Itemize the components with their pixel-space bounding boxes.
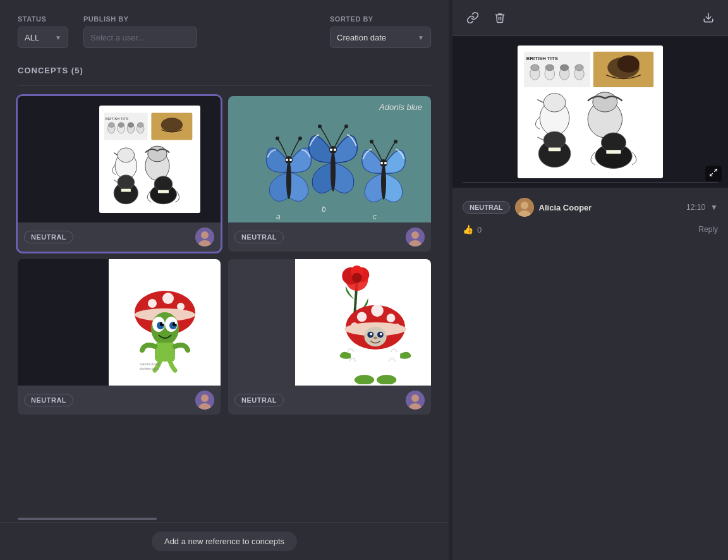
concept-card-footer-mushroom: NEUTRAL [18, 386, 221, 415]
concept-card-image-mushroom: Sabrine Ararat skeleton color [18, 259, 221, 386]
avatar-butterfly [406, 228, 425, 247]
concept-card-birds[interactable]: BRITISH TITS [18, 96, 221, 252]
svg-line-121 [714, 169, 717, 172]
svg-point-112 [543, 94, 566, 112]
neutral-badge-birds: NEUTRAL [24, 231, 73, 243]
publish-by-dropdown[interactable]: Select a user... [83, 27, 197, 48]
trash-button[interactable] [492, 9, 508, 27]
svg-text:Sabrine Ararat: Sabrine Ararat [140, 362, 161, 366]
concept-card-mushroom[interactable]: Sabrine Ararat skeleton color NEUTRAL [18, 259, 221, 415]
svg-point-90 [380, 332, 382, 335]
sorted-by-dropdown[interactable]: Creation date ▼ [330, 27, 431, 48]
concepts-section: CONCEPTS (5) [0, 61, 449, 516]
svg-point-47 [411, 231, 419, 239]
svg-point-11 [137, 123, 143, 128]
status-label: STATUS [18, 15, 68, 23]
svg-rect-65 [155, 343, 175, 362]
svg-point-43 [380, 162, 383, 164]
comment-avatar [515, 198, 534, 217]
avatar-birds [195, 228, 214, 247]
svg-point-25 [286, 161, 291, 199]
svg-rect-120 [606, 150, 621, 154]
svg-point-28 [298, 137, 302, 140]
comment-expand-icon[interactable]: ▼ [710, 203, 718, 212]
svg-point-27 [276, 137, 279, 140]
svg-point-44 [384, 162, 387, 164]
left-panel: STATUS ALL ▼ PUBLISH BY Select a user...… [0, 0, 449, 560]
svg-point-124 [521, 202, 528, 209]
svg-point-64 [174, 322, 176, 324]
concept-card-butterfly[interactable]: Adonis blue [228, 96, 431, 252]
svg-point-104 [531, 64, 540, 71]
comment-header: NEUTRAL Alicia Cooper 12:10 ▼ [463, 198, 718, 217]
svg-point-110 [575, 64, 584, 71]
svg-point-30 [289, 159, 292, 161]
svg-point-50 [148, 299, 157, 308]
svg-point-51 [162, 293, 174, 304]
svg-rect-18 [121, 189, 130, 192]
svg-text:skeleton color: skeleton color [140, 367, 159, 370]
avatar-gnome [406, 391, 425, 410]
sorted-by-chevron-icon: ▼ [418, 34, 424, 41]
download-button[interactable] [700, 9, 717, 27]
comment-section: NEUTRAL Alicia Cooper 12:10 ▼ 👍 0 Re [452, 188, 728, 560]
svg-point-7 [118, 123, 124, 128]
svg-point-5 [108, 123, 114, 128]
reply-button[interactable]: Reply [698, 225, 718, 234]
svg-point-95 [411, 394, 419, 402]
add-reference-button[interactable]: Add a new reference to concepts [152, 532, 297, 551]
status-filter-group: STATUS ALL ▼ [18, 15, 68, 48]
add-reference-bar: Add a new reference to concepts [0, 522, 449, 560]
svg-point-69 [201, 394, 209, 402]
svg-point-36 [330, 149, 332, 151]
svg-point-32 [331, 151, 336, 192]
publish-by-label: PUBLISH BY [83, 15, 197, 23]
sorted-by-value: Creation date [337, 33, 386, 42]
svg-point-82 [387, 313, 396, 322]
concepts-header: CONCEPTS (5) [18, 61, 431, 86]
image-preview: BRITISH TITS [452, 36, 728, 188]
thumbs-up-icon[interactable]: 👍 [463, 224, 473, 234]
status-value: ALL [25, 33, 39, 42]
concept-card-gnome[interactable]: NEUTRAL [228, 259, 431, 415]
right-panel: BRITISH TITS [452, 0, 728, 560]
svg-text:b: b [322, 205, 326, 214]
comment-username: Alicia Cooper [539, 203, 682, 212]
scroll-area [0, 516, 449, 522]
concept-card-footer-butterfly: NEUTRAL [228, 222, 431, 252]
concept-card-footer-gnome: NEUTRAL [228, 386, 431, 415]
like-count: 0 [477, 225, 482, 234]
svg-point-35 [344, 125, 348, 128]
link-button[interactable] [464, 9, 482, 27]
filters-bar: STATUS ALL ▼ PUBLISH BY Select a user...… [0, 0, 449, 61]
svg-point-81 [371, 304, 384, 317]
svg-text:BRITISH TITS: BRITISH TITS [105, 117, 128, 121]
status-dropdown[interactable]: ALL ▼ [18, 27, 68, 48]
svg-point-9 [128, 123, 134, 128]
svg-point-34 [318, 125, 322, 128]
scroll-thumb[interactable] [18, 518, 157, 520]
svg-point-37 [334, 149, 336, 151]
svg-point-17 [117, 175, 134, 190]
concepts-grid: BRITISH TITS [18, 96, 431, 415]
like-area: 👍 0 [463, 224, 482, 234]
svg-point-116 [543, 131, 566, 149]
svg-point-63 [162, 322, 164, 324]
concept-card-image-butterfly: Adonis blue [228, 96, 431, 222]
svg-point-29 [286, 159, 288, 161]
publish-by-filter-group: PUBLISH BY Select a user... [83, 15, 197, 48]
svg-point-42 [394, 140, 397, 143]
svg-point-106 [545, 64, 554, 71]
svg-rect-117 [549, 147, 561, 151]
svg-text:BRITISH TITS: BRITISH TITS [526, 56, 558, 61]
svg-point-76 [352, 272, 362, 283]
svg-point-89 [370, 332, 372, 335]
neutral-badge-gnome: NEUTRAL [234, 394, 284, 406]
avatar-mushroom [195, 391, 214, 410]
publish-by-placeholder: Select a user... [90, 33, 145, 42]
svg-point-23 [201, 231, 209, 239]
concept-card-image-gnome [228, 259, 431, 386]
expand-button[interactable] [705, 166, 722, 181]
comment-time: 12:10 [686, 203, 705, 212]
concept-card-footer-birds: NEUTRAL [18, 222, 221, 252]
